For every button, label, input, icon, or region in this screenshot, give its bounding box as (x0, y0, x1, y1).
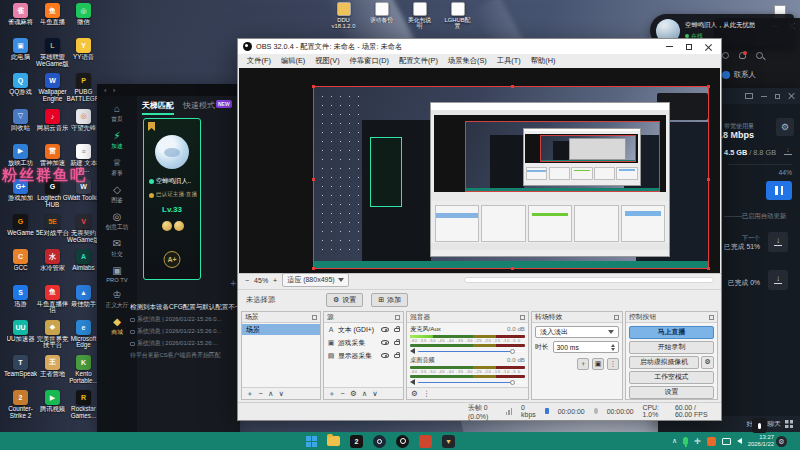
sidebar-item[interactable]: ◆ 商城 (111, 317, 123, 337)
lock-icon[interactable] (394, 341, 400, 345)
desktop-icon[interactable]: V 无畏契约WeGame版 (67, 214, 100, 249)
forward-arrow-icon[interactable]: › (113, 86, 116, 95)
desktop-icon[interactable]: S 迅游 (4, 285, 37, 320)
slider-handle[interactable] (510, 349, 515, 354)
desktop-icon[interactable]: C GCC (4, 249, 37, 284)
visibility-eye-icon[interactable] (381, 327, 389, 332)
app-2-icon[interactable]: 2 (350, 435, 363, 448)
selection-handle[interactable] (312, 267, 315, 270)
desktop-icon[interactable]: A Aimlabs (67, 249, 100, 284)
selection-handle[interactable] (312, 85, 315, 88)
source-item-game-capture[interactable]: ▣ 游戏采集 (324, 336, 403, 349)
scene-up-button[interactable]: ∧ (268, 389, 274, 398)
player-profile-card[interactable]: 空蝉鸣旧人.. 已认证主播·直播中 Lv.33 A+ (143, 118, 201, 280)
desktop-icon[interactable]: 水 水冷管家 (36, 249, 69, 284)
selection-handle[interactable] (312, 178, 315, 181)
settings-button[interactable]: 设置 (629, 386, 714, 399)
volume-tray-icon[interactable] (737, 438, 742, 444)
scene-down-button[interactable]: ∨ (278, 389, 284, 398)
desktop-icon[interactable]: LGHUB配置 (444, 2, 471, 29)
remove-transition-button[interactable]: ▣ (592, 358, 604, 370)
desktop-icon[interactable]: 鱼 斗鱼直播伴侣 (36, 285, 69, 320)
menu-item[interactable]: 文件(F) (242, 56, 276, 66)
lock-icon[interactable] (394, 328, 400, 332)
add-slot-button[interactable]: + (230, 278, 236, 289)
desktop-icon[interactable]: DDU v18.1.2.0 (330, 2, 357, 29)
sidebar-item[interactable]: ▣ PRO TV (106, 266, 127, 283)
big-picture-icon[interactable] (745, 93, 753, 99)
scene-item[interactable]: 场景 (242, 324, 320, 335)
studio-mode-button[interactable]: 工作室模式 (629, 371, 714, 384)
source-item-display-capture[interactable]: ▤ 显示器采集 (324, 349, 403, 362)
desktop-icon[interactable]: 5E 5E对战平台 (36, 214, 69, 249)
visibility-eye-icon[interactable] (381, 340, 389, 345)
desktop-icon[interactable]: e Microsoft Edge (67, 320, 100, 355)
desktop-icon[interactable]: UU UU加速器 (4, 320, 37, 355)
selection-handle[interactable] (511, 85, 514, 88)
download-queue-button[interactable]: ↓ (768, 270, 788, 290)
close-icon[interactable] (705, 43, 712, 50)
source-settings-button[interactable]: ⚙设置 (326, 293, 363, 307)
vtx-app-icon[interactable]: ▼ (442, 435, 455, 448)
desktop-icon[interactable]: L 英雄联盟WeGame版 (36, 38, 69, 73)
preview-horizontal-scrollbar[interactable] (464, 277, 714, 283)
source-item-text[interactable]: A 文本 (GDI+) (324, 323, 403, 336)
add-scene-button[interactable]: ＋ (246, 389, 254, 399)
selection-handle[interactable] (707, 178, 710, 181)
mixer-settings-icon[interactable]: ⚙ (411, 389, 418, 398)
tab-quick[interactable]: 快速模式NEW (183, 100, 232, 111)
start-recording-button[interactable]: 开始录制 (629, 341, 714, 354)
desktop-icon[interactable]: ▲ 最佳助手 (67, 285, 100, 320)
tray-app-icon[interactable] (707, 437, 716, 446)
source-properties-button[interactable]: ⚙ (350, 389, 357, 398)
start-streaming-button[interactable]: 马上直播 (629, 326, 714, 339)
display-tray-icon[interactable] (722, 438, 731, 445)
desktop-icon[interactable]: 2 Counter-Strike 2 (4, 390, 37, 425)
speaker-icon[interactable] (410, 348, 415, 354)
add-source-button[interactable]: ＋ (328, 389, 336, 399)
desktop-icon[interactable]: ♪ 网易云音乐 (36, 109, 69, 144)
spin-up-icon[interactable] (611, 344, 615, 347)
sidebar-item[interactable]: ◎ 创意工坊 (105, 212, 128, 232)
popout-icon[interactable] (312, 315, 317, 320)
selection-handle[interactable] (707, 267, 710, 270)
sidebar-item[interactable]: ✉ 社交 (111, 239, 123, 259)
desktop-icon[interactable]: T TeamSpeak (4, 355, 37, 390)
sidebar-item[interactable]: ◇ 图鉴 (111, 185, 123, 205)
selection-handle[interactable] (511, 267, 514, 270)
desktop-icon[interactable]: R Rockstar Games... (67, 390, 100, 425)
fit-preview-dropdown[interactable]: 适应 (880x495) (282, 273, 348, 287)
sidebar-item[interactable]: ⌂ 首页 (111, 104, 123, 124)
contacts-entry[interactable]: 联系人 (722, 70, 756, 80)
remove-source-button[interactable]: − (341, 389, 345, 398)
desktop-icon[interactable]: 鱼 斗鱼直播 (36, 3, 69, 38)
add-transition-button[interactable]: ＋ (577, 358, 589, 370)
popout-icon[interactable] (520, 315, 525, 320)
desktop-icon[interactable]: ◎ 守望先锋 (67, 109, 100, 144)
microphone-tray-icon[interactable] (683, 437, 688, 445)
source-up-button[interactable]: ∧ (362, 389, 368, 398)
start-button[interactable] (306, 436, 317, 447)
sidebar-item[interactable]: ♔ 正义大厅 (105, 290, 128, 310)
pause-download-button[interactable] (766, 181, 792, 200)
spin-down-icon[interactable] (611, 348, 615, 351)
desktop-icon[interactable]: ◎ 微信 (67, 3, 100, 38)
ime-icon[interactable]: ✛ (694, 437, 701, 446)
steam-taskbar-icon[interactable] (373, 435, 386, 448)
floating-gear-widget[interactable]: ⚙ (776, 436, 787, 447)
menu-item[interactable]: 视图(V) (310, 56, 344, 66)
desktop-icon[interactable]: 王 王者营地 (36, 355, 69, 390)
maximize-icon[interactable] (775, 94, 780, 99)
selection-handle[interactable] (707, 85, 710, 88)
source-down-button[interactable]: ∨ (372, 389, 378, 398)
volume-slider[interactable] (418, 379, 525, 385)
desktop-icon[interactable]: ▣ 此电脑 (4, 38, 37, 73)
virtual-camera-button[interactable]: 启动虚拟摄像机 (629, 356, 699, 369)
desktop-icon[interactable]: Q QQ游戏 (4, 73, 37, 108)
contact-request-icon[interactable] (739, 52, 746, 59)
close-icon[interactable] (788, 93, 794, 99)
back-arrow-icon[interactable]: ‹ (104, 86, 107, 95)
floating-mic-widget[interactable] (752, 418, 767, 433)
mixer-menu-icon[interactable]: ⋮ (423, 389, 431, 398)
popout-icon[interactable] (614, 315, 619, 320)
